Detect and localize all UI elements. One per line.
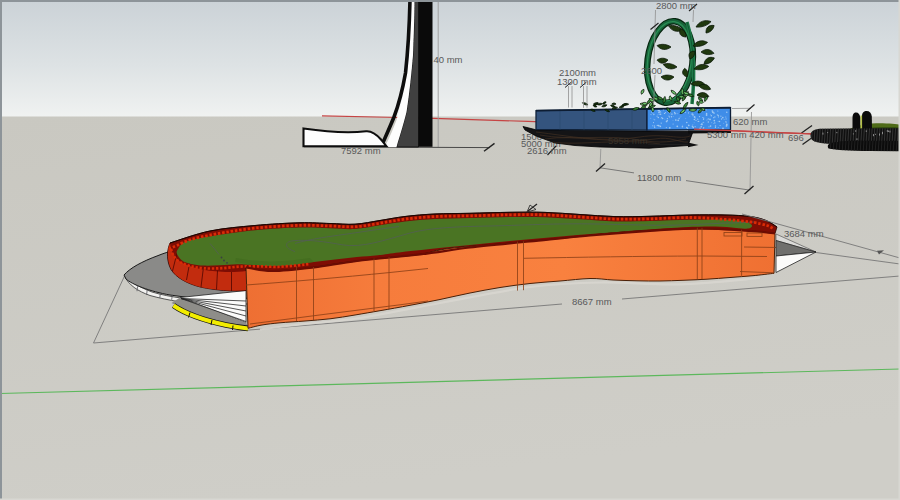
svg-text:2616 mm: 2616 mm [527,145,567,156]
svg-text:5958 mm: 5958 mm [608,135,648,146]
svg-text:40 mm: 40 mm [434,54,463,65]
svg-text:3684 mm: 3684 mm [784,228,824,239]
svg-text:11800 mm: 11800 mm [637,172,681,183]
svg-text:696: 696 [788,132,804,143]
svg-text:8667 mm: 8667 mm [572,296,612,307]
svg-text:2600: 2600 [641,65,662,76]
svg-text:5300 mm 420 mm: 5300 mm 420 mm [707,129,784,140]
svg-text:620 mm: 620 mm [733,116,767,127]
svg-text:7592 mm: 7592 mm [341,145,381,156]
svg-text:1300 mm: 1300 mm [557,76,597,87]
